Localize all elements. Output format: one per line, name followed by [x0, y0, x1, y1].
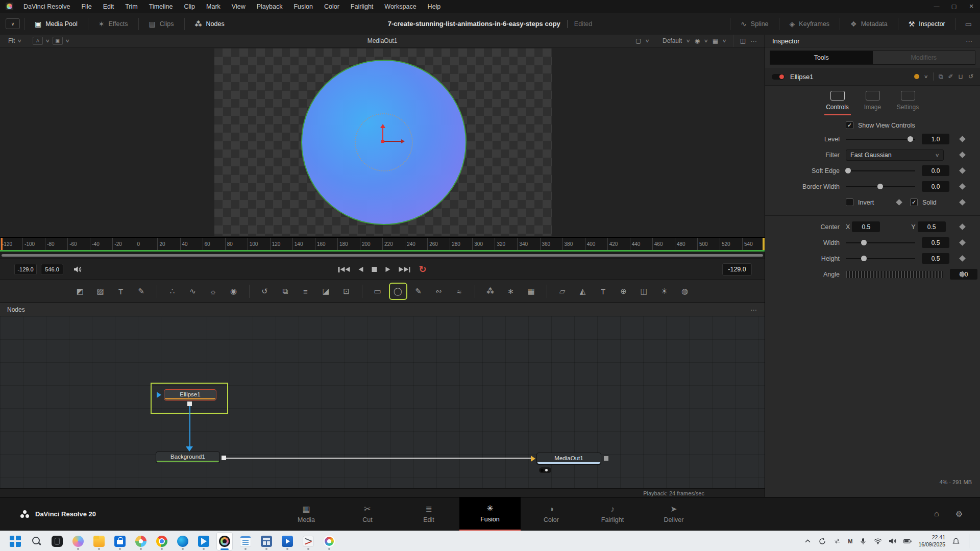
page-tab-fairlight[interactable]: ♪Fairlight [582, 497, 643, 531]
keyframe-diamond-icon[interactable] [959, 152, 966, 158]
merge-tool[interactable]: ⧉ [278, 284, 293, 298]
menu-fairlight[interactable]: Fairlight [345, 3, 379, 10]
center-y-field[interactable]: 0.5 [918, 221, 946, 232]
menu-workspace[interactable]: Workspace [379, 3, 422, 10]
invert-checkbox[interactable] [846, 198, 853, 206]
page-tab-edit[interactable]: ≣Edit [398, 497, 459, 531]
center-handle[interactable] [381, 140, 384, 143]
lock-icon[interactable]: ⊔ [959, 73, 963, 80]
range-in-field[interactable]: -129.0 [14, 264, 37, 275]
node-color-swatch[interactable] [914, 74, 919, 79]
page-tab-cut[interactable]: ✂Cut [337, 497, 398, 531]
angle-thumbwheel[interactable] [846, 271, 943, 278]
page-tab-fusion[interactable]: ✳Fusion [459, 497, 521, 531]
taskbar-notepad[interactable] [237, 532, 254, 550]
playhead-marker[interactable] [1, 238, 3, 250]
particle-emitter-tool[interactable]: ⁂ [483, 284, 498, 298]
nodes-panel-menu[interactable]: ⋯ [750, 306, 757, 314]
viewer-preset-dropdown[interactable]: Default [663, 37, 682, 44]
node-ellipse1[interactable]: Ellipse1 [164, 389, 216, 400]
particle-spawn-tool[interactable]: ∗ [503, 284, 519, 298]
show-desktop-button[interactable] [969, 534, 971, 548]
menu-fusion[interactable]: Fusion [288, 3, 318, 10]
viewer-assign-indicator[interactable] [539, 467, 551, 473]
taskbar-chrome[interactable] [154, 532, 170, 550]
minimize-button[interactable]: — [928, 3, 945, 10]
width-slider[interactable] [846, 237, 915, 248]
page-tab-deliver[interactable]: ➤Deliver [643, 497, 704, 531]
subtab-controls[interactable]: Controls [823, 91, 852, 115]
scrollbar-thumb[interactable] [2, 254, 763, 257]
project-settings-icon[interactable]: ⚙ [955, 509, 963, 519]
show-view-controls-checkbox[interactable]: ✓ [846, 121, 853, 129]
keyframe-diamond-icon[interactable] [959, 136, 966, 142]
polygon-mask-tool[interactable]: ✎ [411, 284, 426, 298]
slider-handle[interactable] [877, 184, 883, 189]
menu-file[interactable]: File [76, 3, 97, 10]
clips-button[interactable]: ▤Clips [143, 20, 180, 28]
viewer-options-menu[interactable]: ⋯ [750, 37, 757, 45]
color-corrector-tool[interactable]: ◉ [226, 284, 241, 298]
solid-checkbox[interactable]: ✓ [910, 198, 918, 206]
mediaout1-input[interactable] [531, 456, 535, 462]
taskbar-windows-start[interactable] [7, 532, 23, 550]
inspector-button[interactable]: ⚒Inspector [902, 20, 951, 28]
home-icon[interactable]: ⌂ [934, 509, 939, 519]
mediaout1-output[interactable] [604, 456, 608, 461]
reset-icon[interactable]: ↺ [968, 73, 973, 80]
level-slider[interactable] [846, 134, 915, 144]
menu-view[interactable]: View [226, 3, 251, 10]
volume-icon[interactable] [889, 537, 897, 545]
maximize-button[interactable]: ▢ [945, 3, 963, 10]
clock[interactable]: 22.41 16/09/2025 [918, 534, 945, 548]
node-background1[interactable]: Background1 [156, 452, 220, 463]
page-tab-media[interactable]: ▦Media [276, 497, 337, 531]
split-view-icon[interactable]: ◫ [740, 37, 746, 44]
m-app-icon[interactable]: M [848, 538, 852, 544]
taskbar-copilot[interactable] [70, 532, 86, 550]
particle-render-tool[interactable]: ▦ [524, 284, 539, 298]
stop-button[interactable] [372, 265, 377, 274]
taskbar-file-explorer[interactable] [91, 532, 107, 550]
channel-booleans-tool[interactable]: ≡ [298, 284, 313, 298]
panel-layout-icon[interactable]: ▭ [960, 20, 977, 28]
slider-handle[interactable] [845, 168, 851, 173]
matte-control-tool[interactable]: ◪ [318, 284, 334, 298]
notification-bell-icon[interactable] [952, 537, 960, 545]
center-x-field[interactable]: 0.5 [852, 221, 880, 232]
brightness-contrast-tool[interactable]: ☼ [206, 284, 221, 298]
text-3d-tool[interactable]: T [596, 284, 611, 298]
blur-tool[interactable]: ∴ [165, 284, 180, 298]
go-to-last-frame-button[interactable] [399, 265, 410, 274]
width-value-field[interactable]: 0.5 [922, 237, 949, 248]
connection-background-to-mediaout[interactable] [226, 458, 531, 459]
renderer-3d-tool[interactable]: ◍ [677, 284, 693, 298]
close-button[interactable]: ✕ [963, 3, 980, 10]
color-curves-tool[interactable]: ∿ [185, 284, 201, 298]
menu-help[interactable]: Help [422, 3, 447, 10]
paint-tool[interactable]: ✎ [134, 284, 149, 298]
tab-tools[interactable]: Tools [770, 51, 873, 64]
subtab-settings[interactable]: Settings [893, 91, 923, 115]
height-slider[interactable] [846, 253, 915, 264]
roi-button[interactable]: ▣ [53, 37, 63, 45]
spline-button[interactable]: ∿Spline [734, 20, 774, 28]
viewer2-dot[interactable] [545, 469, 548, 471]
taskbar-movies-app[interactable] [279, 532, 296, 550]
image-plane-3d-tool[interactable]: ▱ [555, 284, 570, 298]
spotlight-3d-tool[interactable]: ☀ [657, 284, 672, 298]
ellipse1-output[interactable] [187, 402, 192, 406]
taskbar-microsoft-store[interactable] [112, 532, 128, 550]
viewer-canvas[interactable] [0, 47, 765, 237]
menu-edit[interactable]: Edit [97, 3, 120, 10]
taskbar-search[interactable] [28, 532, 44, 550]
shape-3d-tool[interactable]: ◭ [575, 284, 591, 298]
mute-audio-button[interactable] [74, 266, 82, 273]
interface-toggle-button[interactable]: ∨ [6, 18, 20, 29]
keyframe-diamond-icon[interactable] [959, 167, 966, 174]
taskbar-vscode[interactable] [195, 532, 212, 550]
gain-gamma-button[interactable]: A [33, 37, 43, 45]
zoom-level-dropdown[interactable]: Fit [8, 37, 15, 44]
border-width-slider[interactable] [846, 181, 915, 192]
height-value-field[interactable]: 0.5 [922, 253, 949, 264]
